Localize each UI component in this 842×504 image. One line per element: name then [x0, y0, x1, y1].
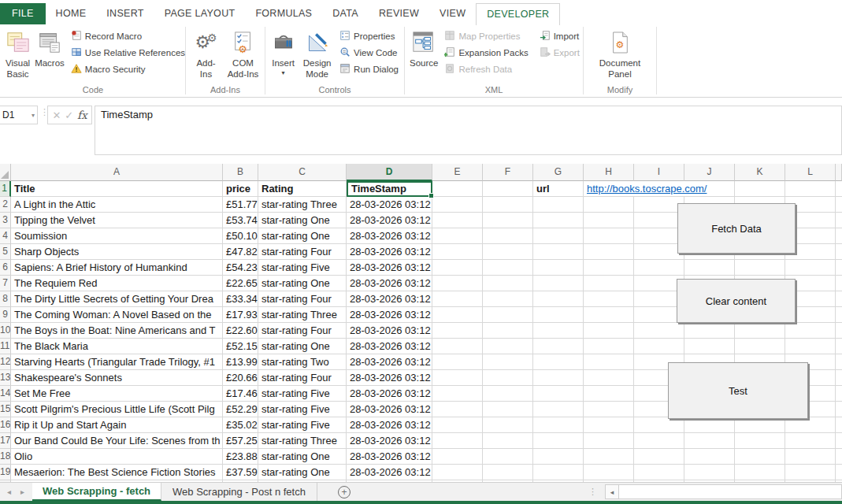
sheet-tab-web-scrapping-fetch[interactable]: Web Scrapping - fetch [32, 483, 161, 501]
cell-A12[interactable]: Starving Hearts (Triangular Trade Trilog… [11, 354, 223, 370]
test-button[interactable]: Test [668, 362, 808, 419]
cell-E10[interactable] [432, 323, 483, 339]
row-header-12[interactable]: 12 [0, 354, 11, 370]
cell-I20[interactable] [634, 480, 684, 482]
column-header-F[interactable]: F [483, 164, 533, 181]
cell-B8[interactable]: £33.34 [223, 291, 258, 307]
cell-D3[interactable]: 28-03-2026 03:12 [347, 213, 432, 228]
cell-D8[interactable]: 28-03-2026 03:12 [347, 291, 432, 307]
cell-H15[interactable] [584, 402, 634, 417]
row-header-8[interactable]: 8 [0, 291, 11, 307]
cell-B13[interactable]: £20.66 [223, 370, 258, 386]
select-all-corner[interactable] [0, 164, 11, 181]
cell-C20[interactable] [258, 480, 347, 482]
row-header-16[interactable]: 16 [0, 417, 11, 433]
cell-C19[interactable]: star-rating One [258, 465, 347, 480]
cell-B3[interactable]: £53.74 [223, 213, 258, 228]
properties-button[interactable]: Properties [339, 30, 399, 43]
row-header-1[interactable]: 1 [0, 181, 11, 197]
cell-A13[interactable]: Shakespeare's Sonnets [11, 370, 223, 386]
run-dialog-button[interactable]: Run Dialog [339, 63, 399, 76]
cell-E5[interactable] [432, 244, 483, 260]
row-header-18[interactable]: 18 [0, 449, 11, 465]
cell-B15[interactable]: £52.29 [223, 402, 258, 417]
cell-A3[interactable]: Tipping the Velvet [11, 213, 223, 228]
cell-G2[interactable] [533, 197, 584, 213]
cell-B2[interactable]: £51.77 [223, 197, 258, 213]
row-header-15[interactable]: 15 [0, 402, 11, 417]
cell-J10[interactable] [684, 323, 735, 339]
column-header-H[interactable]: H [584, 164, 634, 181]
cell-F19[interactable] [483, 465, 533, 480]
row-header-17[interactable]: 17 [0, 433, 11, 449]
cell-G15[interactable] [533, 402, 584, 417]
cell-G8[interactable] [533, 291, 584, 307]
cell-D4[interactable]: 28-03-2026 03:12 [347, 228, 432, 244]
cell-D20[interactable] [347, 480, 432, 482]
cell-B10[interactable]: £22.60 [223, 323, 258, 339]
cell-E8[interactable] [432, 291, 483, 307]
cell-A19[interactable]: Mesaerion: The Best Science Fiction Stor… [11, 465, 223, 480]
cell-K10[interactable] [735, 323, 785, 339]
cell-G7[interactable] [533, 276, 584, 291]
cell-F5[interactable] [483, 244, 533, 260]
document-panel-button[interactable]: ⚙ Document Panel [595, 25, 645, 80]
fetch-data-button[interactable]: Fetch Data [677, 203, 796, 254]
cell-C18[interactable]: star-rating One [258, 449, 347, 465]
cell-G12[interactable] [533, 354, 584, 370]
cell-K11[interactable] [735, 339, 785, 354]
cell-K6[interactable] [735, 260, 785, 276]
cell-E18[interactable] [432, 449, 483, 465]
expansion-packs-button[interactable]: Expansion Packs [444, 46, 528, 59]
cell-D7[interactable]: 28-03-2026 03:12 [347, 276, 432, 291]
column-header-D[interactable]: D [347, 164, 432, 181]
cell-D10[interactable]: 28-03-2026 03:12 [347, 323, 432, 339]
cell-C2[interactable]: star-rating Three [258, 197, 347, 213]
cell-A5[interactable]: Sharp Objects [11, 244, 223, 260]
tab-data[interactable]: DATA [322, 3, 369, 24]
row-header-19[interactable]: 19 [0, 465, 11, 480]
cell-C9[interactable]: star-rating Three [258, 307, 347, 323]
cell-C6[interactable]: star-rating Five [258, 260, 347, 276]
cell-I6[interactable] [634, 260, 684, 276]
cell-E13[interactable] [432, 370, 483, 386]
column-header-C[interactable]: C [258, 164, 347, 181]
cell-E1[interactable] [432, 181, 483, 197]
cell-L20[interactable] [785, 480, 836, 482]
cell-E19[interactable] [432, 465, 483, 480]
cell-A2[interactable]: A Light in the Attic [11, 197, 223, 213]
cell-G13[interactable] [533, 370, 584, 386]
cell-E12[interactable] [432, 354, 483, 370]
column-header-A[interactable]: A [11, 164, 223, 181]
cell-B9[interactable]: £17.93 [223, 307, 258, 323]
cell-F18[interactable] [483, 449, 533, 465]
cell-A17[interactable]: Our Band Could Be Your Life: Scenes from… [11, 433, 223, 449]
cell-H10[interactable] [584, 323, 634, 339]
cell-L6[interactable] [785, 260, 836, 276]
cell-B4[interactable]: £50.10 [223, 228, 258, 244]
cell-C8[interactable]: star-rating Four [258, 291, 347, 307]
row-header-4[interactable]: 4 [0, 228, 11, 244]
cell-E3[interactable] [432, 213, 483, 228]
cell-K17[interactable] [735, 433, 785, 449]
cell-D18[interactable]: 28-03-2026 03:12 [347, 449, 432, 465]
cell-G19[interactable] [533, 465, 584, 480]
cell-I17[interactable] [634, 433, 684, 449]
cell-E9[interactable] [432, 307, 483, 323]
cell-G1[interactable]: url [533, 181, 584, 197]
tab-developer[interactable]: DEVELOPER [476, 3, 560, 25]
cell-D13[interactable]: 28-03-2026 03:12 [347, 370, 432, 386]
cell-E17[interactable] [432, 433, 483, 449]
cell-A6[interactable]: Sapiens: A Brief History of Humankind [11, 260, 223, 276]
cell-D15[interactable]: 28-03-2026 03:12 [347, 402, 432, 417]
tab-page-layout[interactable]: PAGE LAYOUT [154, 3, 246, 24]
cell-B12[interactable]: £13.99 [223, 354, 258, 370]
row-header-2[interactable]: 2 [0, 197, 11, 213]
cell-C15[interactable]: star-rating Five [258, 402, 347, 417]
add-ins-button[interactable]: ⚙⚙ Add-Ins [188, 25, 224, 80]
cancel-icon[interactable]: ✕ [52, 109, 61, 121]
cell-A11[interactable]: The Black Maria [11, 339, 223, 354]
sheet-tab-web-scrapping-post-n-fetch[interactable]: Web Scrapping - Post n fetch [161, 483, 317, 501]
cell-G20[interactable] [533, 480, 584, 482]
cell-L18[interactable] [785, 449, 836, 465]
